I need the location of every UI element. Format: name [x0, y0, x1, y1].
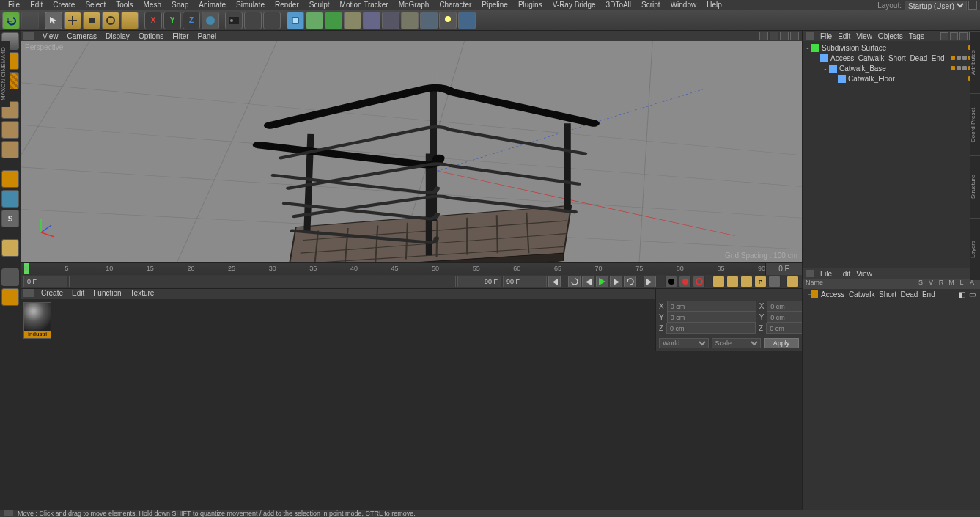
y-axis-lock[interactable]: Y	[163, 12, 181, 29]
menu-pipeline[interactable]: Pipeline	[476, 0, 513, 10]
add-scene[interactable]	[420, 12, 438, 29]
vis-editor-dot[interactable]	[951, 56, 955, 60]
menu-mograph[interactable]: MoGraph	[394, 0, 435, 10]
key-pla-button[interactable]	[768, 276, 781, 287]
menu-sculpt[interactable]: Sculpt	[304, 0, 335, 10]
vis-editor-dot[interactable]	[951, 66, 955, 70]
coord-Y-pos[interactable]	[667, 312, 756, 323]
tree-node[interactable]: -Access_Catwalk_Short_Dead_End	[803, 53, 980, 63]
layer-color-icon[interactable]	[811, 290, 818, 298]
key-param-button[interactable]: P	[754, 276, 767, 287]
z-axis-lock[interactable]: Z	[183, 12, 200, 29]
key-pos-button[interactable]	[712, 276, 725, 287]
coord-scale-select[interactable]: Scale	[712, 338, 762, 348]
workplane[interactable]	[1, 239, 19, 257]
vmenu-panel[interactable]: Panel	[194, 32, 221, 40]
menu-window[interactable]: Window	[666, 0, 702, 10]
key-scale-button[interactable]	[726, 276, 739, 287]
layer-grip-icon[interactable]	[806, 270, 814, 277]
add-generator[interactable]	[325, 12, 342, 29]
3d-viewport[interactable]: Perspective Grid Spacing : 100 cm	[21, 41, 802, 262]
poly-mode[interactable]	[1, 141, 19, 158]
viewport-grip-icon[interactable]	[23, 32, 34, 40]
x-axis-lock[interactable]: X	[144, 12, 162, 29]
tag-dot[interactable]	[962, 66, 967, 70]
vtab-coord[interactable]: Coord Preset	[970, 93, 980, 155]
matmenu-edit[interactable]: Edit	[67, 289, 89, 299]
menu-animate[interactable]: Animate	[194, 0, 231, 10]
edge-mode[interactable]	[1, 121, 19, 139]
obj-view-icon[interactable]	[950, 32, 958, 40]
start-frame-input[interactable]	[23, 276, 67, 287]
add-spline[interactable]	[306, 12, 323, 29]
prev-frame-button[interactable]	[582, 276, 594, 287]
vmenu-view[interactable]: View	[38, 32, 63, 40]
coord-Z-pos[interactable]	[666, 323, 756, 334]
layer-row[interactable]: └ Access_Catwalk_Short_Dead_End ◧ ▭	[803, 289, 980, 299]
menu-snap[interactable]: Snap	[166, 0, 194, 10]
objmenu-tags[interactable]: Tags	[909, 32, 924, 40]
tree-node[interactable]: -Subdivision Surface	[803, 43, 980, 53]
live-select-tool[interactable]	[45, 12, 62, 29]
menu-edit[interactable]: Edit	[25, 0, 48, 10]
play-end-input[interactable]	[503, 276, 547, 287]
obj-search-icon[interactable]	[940, 32, 948, 40]
obj-grip-icon[interactable]	[806, 32, 814, 40]
keyframe-sel-button[interactable]	[693, 276, 705, 287]
recent-tool[interactable]	[121, 12, 139, 29]
vmenu-cameras[interactable]: Cameras	[63, 32, 102, 40]
menu-simulate[interactable]: Simulate	[231, 0, 270, 10]
record-button[interactable]	[665, 276, 677, 287]
menu-tools[interactable]: Tools	[111, 0, 138, 10]
vmenu-filter[interactable]: Filter	[168, 32, 193, 40]
menu-select[interactable]: Select	[80, 0, 111, 10]
menu-v-ray-bridge[interactable]: V-Ray Bridge	[548, 0, 601, 10]
planar-workplane[interactable]	[1, 288, 19, 306]
add-bulb[interactable]	[439, 12, 457, 29]
undo-button[interactable]	[2, 12, 20, 29]
locked-workplane[interactable]	[1, 268, 19, 286]
menu-plugins[interactable]: Plugins	[513, 0, 548, 10]
render-pv[interactable]	[244, 12, 262, 29]
object-tree[interactable]: -Subdivision Surface-Access_Catwalk_Shor…	[803, 41, 980, 268]
timeline-ruler[interactable]: 051015202530354045505560657075808590	[21, 263, 765, 275]
menu-create[interactable]: Create	[48, 0, 80, 10]
matmenu-texture[interactable]: Texture	[126, 289, 159, 299]
objmenu-edit[interactable]: Edit	[838, 32, 850, 40]
vmenu-options[interactable]: Options	[134, 32, 168, 40]
layer-ico-v[interactable]: ▭	[967, 290, 977, 298]
menu-character[interactable]: Character	[434, 0, 476, 10]
objmenu-view[interactable]: View	[856, 32, 872, 40]
layout-select[interactable]: Startup (User)	[905, 1, 967, 10]
matmenu-function[interactable]: Function	[89, 289, 125, 299]
objmenu-file[interactable]: File	[820, 32, 832, 40]
play-button[interactable]	[596, 276, 608, 287]
menu-3dtoall[interactable]: 3DToAll	[601, 0, 636, 10]
range-end-input[interactable]	[457, 276, 501, 287]
expand-icon[interactable]: -	[813, 54, 820, 62]
layermenu-view[interactable]: View	[856, 270, 872, 278]
next-frame-button[interactable]	[610, 276, 622, 287]
render-view[interactable]	[225, 12, 243, 29]
key-rot-button[interactable]	[740, 276, 753, 287]
tree-node[interactable]: -Catwalk_Base	[803, 63, 980, 73]
rotate-tool[interactable]	[102, 12, 119, 29]
coord-X-pos[interactable]	[667, 301, 756, 312]
view-nav1-icon[interactable]	[759, 32, 768, 40]
add-environment[interactable]	[363, 12, 380, 29]
vis-render-dot[interactable]	[957, 66, 961, 70]
timeline-options-button[interactable]	[786, 276, 799, 287]
autokey-button[interactable]	[679, 276, 691, 287]
view-nav3-icon[interactable]	[780, 32, 789, 40]
menu-render[interactable]: Render	[270, 0, 304, 10]
timeline[interactable]: 051015202530354045505560657075808590 0 F	[21, 262, 802, 275]
snap-toggle[interactable]: S	[1, 210, 19, 227]
move-tool[interactable]	[64, 12, 81, 29]
add-deformer[interactable]	[344, 12, 361, 29]
add-cube[interactable]	[287, 12, 304, 29]
menu-script[interactable]: Script	[636, 0, 666, 10]
layermenu-edit[interactable]: Edit	[838, 270, 850, 278]
play-forward-loop[interactable]	[624, 276, 636, 287]
apply-button[interactable]: Apply	[764, 338, 799, 348]
layermenu-file[interactable]: File	[820, 270, 832, 278]
